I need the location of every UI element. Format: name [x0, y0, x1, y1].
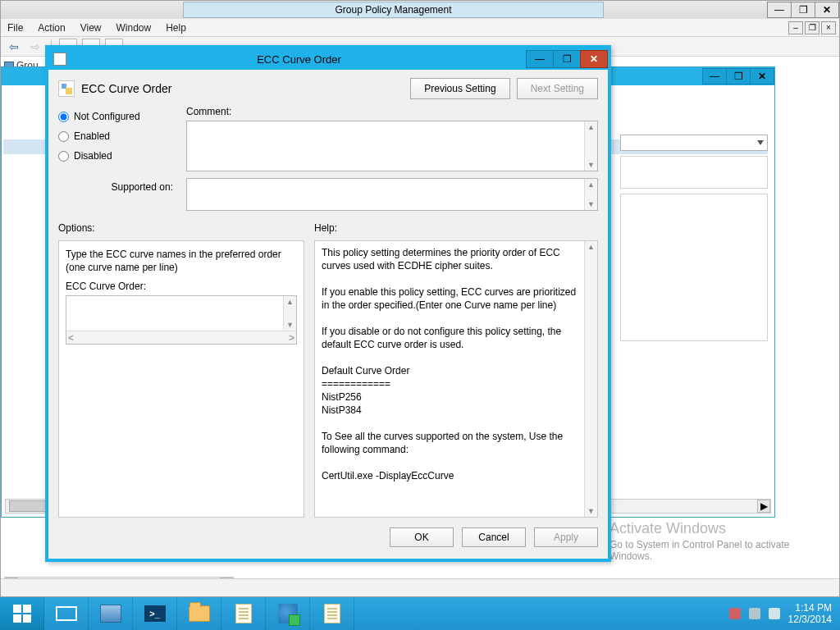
mdi-minimize-button[interactable]: –	[788, 21, 803, 34]
task-view-icon	[56, 606, 77, 621]
back-button[interactable]: ⇦	[6, 39, 22, 55]
scroll-down-icon[interactable]: ▼	[587, 505, 595, 517]
scroll-down-icon[interactable]: ▼	[587, 199, 595, 210]
watermark-title: Activate Windows	[609, 520, 823, 537]
powershell-icon: >_	[144, 605, 166, 622]
menubar: File Action View Window Help – ❐ ×	[1, 19, 839, 37]
vertical-scrollbar[interactable]: ▲▼	[584, 121, 597, 171]
policy-settings-dialog: ECC Curve Order — ❐ ✕ ECC Curve Order Pr…	[45, 45, 611, 562]
taskbar-app-3[interactable]	[310, 597, 354, 630]
clock-date: 12/3/2014	[788, 614, 832, 625]
taskbar-file-explorer[interactable]	[177, 597, 221, 630]
dialog-icon	[53, 52, 66, 66]
not-configured-radio[interactable]: Not Configured	[58, 111, 173, 122]
statusbar	[1, 578, 839, 596]
taskbar[interactable]: >_ 1:14 PM 12/3/2014	[0, 597, 840, 630]
document-icon	[324, 604, 340, 623]
folder-icon	[189, 605, 210, 622]
menu-action[interactable]: Action	[38, 22, 65, 34]
taskbar-server-manager[interactable]	[89, 597, 133, 630]
start-button[interactable]	[0, 597, 44, 630]
scroll-left-icon[interactable]: <	[68, 332, 74, 344]
scroll-right-icon[interactable]: >	[289, 332, 294, 344]
supported-on-textarea[interactable]: ▲▼	[186, 178, 598, 211]
detail-box-1	[620, 156, 768, 189]
taskbar-app-1[interactable]	[221, 597, 266, 630]
apply-button[interactable]: Apply	[534, 527, 598, 547]
activation-watermark: Activate Windows Go to System in Control…	[609, 520, 823, 562]
ok-button[interactable]: OK	[390, 527, 454, 547]
maximize-button[interactable]: ❐	[791, 2, 815, 18]
action-center-icon[interactable]	[729, 608, 741, 619]
dialog-titlebar[interactable]: ECC Curve Order — ❐ ✕	[48, 48, 608, 70]
scroll-up-icon[interactable]: ▲	[286, 296, 294, 308]
menu-view[interactable]: View	[80, 22, 102, 34]
supported-on-label: Supported on:	[58, 181, 173, 193]
vertical-scrollbar[interactable]: ▲▼	[584, 241, 597, 517]
disabled-radio[interactable]: Disabled	[58, 150, 173, 162]
cancel-button[interactable]: Cancel	[462, 527, 526, 547]
enabled-radio[interactable]: Enabled	[58, 130, 173, 142]
scroll-up-icon[interactable]: ▲	[587, 179, 595, 190]
windows-logo-icon	[13, 605, 31, 623]
dialog-close-button[interactable]: ✕	[580, 50, 608, 68]
help-header: Help:	[314, 222, 598, 234]
vertical-scrollbar[interactable]: ▲▼	[584, 179, 597, 210]
menu-help[interactable]: Help	[166, 22, 186, 34]
policy-heading: ECC Curve Order	[81, 82, 171, 95]
policy-icon	[58, 80, 75, 97]
detail-panel	[620, 135, 768, 341]
taskbar-powershell[interactable]: >_	[133, 597, 177, 630]
scroll-right-button[interactable]: ▶	[757, 500, 770, 513]
server-manager-icon	[100, 605, 121, 623]
close-button[interactable]: ✕	[815, 2, 839, 18]
mdi-close-button[interactable]: ×	[821, 21, 836, 34]
comment-textarea[interactable]: ▲▼	[186, 121, 598, 171]
config-icon	[278, 604, 298, 623]
scroll-up-icon[interactable]: ▲	[587, 241, 595, 253]
help-panel: This policy setting determines the prior…	[314, 240, 598, 518]
menu-file[interactable]: File	[7, 22, 23, 34]
network-icon[interactable]	[749, 608, 760, 619]
dialog-maximize-button[interactable]: ❐	[553, 50, 581, 68]
ecc-order-label: ECC Curve Order:	[66, 281, 297, 292]
scroll-down-icon[interactable]: ▼	[286, 319, 294, 331]
child-close-button[interactable]: ✕	[750, 68, 774, 84]
vertical-scrollbar[interactable]: ▲▼	[283, 296, 296, 331]
scroll-up-icon[interactable]: ▲	[587, 121, 595, 133]
child-minimize-button[interactable]: —	[702, 68, 727, 84]
child-maximize-button[interactable]: ❐	[726, 68, 751, 84]
task-view-button[interactable]	[44, 597, 89, 630]
ecc-curve-order-listbox[interactable]: ▲▼ <>	[66, 295, 297, 345]
taskbar-app-2[interactable]	[266, 597, 310, 630]
minimize-button[interactable]: —	[767, 2, 792, 18]
policy-state-group: Not Configured Enabled Disabled	[58, 111, 173, 171]
scroll-down-icon[interactable]: ▼	[587, 159, 595, 171]
mdi-restore-button[interactable]: ❐	[805, 21, 819, 34]
main-title: Group Policy Management	[183, 2, 604, 18]
document-icon	[235, 604, 252, 623]
dialog-minimize-button[interactable]: —	[526, 50, 554, 68]
options-instruction: Type the ECC curve names in the preferre…	[66, 248, 297, 274]
forward-button[interactable]: ⇨	[27, 39, 43, 55]
clock-time: 1:14 PM	[788, 602, 832, 614]
sound-icon[interactable]	[769, 608, 780, 619]
options-panel: Type the ECC curve names in the preferre…	[58, 240, 304, 518]
app-icon	[4, 2, 19, 17]
main-titlebar[interactable]: Group Policy Management — ❐ ✕	[1, 1, 839, 19]
dialog-title: ECC Curve Order	[71, 53, 527, 66]
system-tray[interactable]: 1:14 PM 12/3/2014	[721, 597, 840, 630]
filter-combobox[interactable]	[620, 135, 768, 151]
options-header: Options:	[58, 222, 304, 234]
menu-window[interactable]: Window	[116, 22, 152, 34]
comment-label: Comment:	[186, 106, 598, 117]
taskbar-clock[interactable]: 1:14 PM 12/3/2014	[788, 602, 832, 625]
detail-box-2	[620, 194, 768, 341]
next-setting-button[interactable]: Next Setting	[517, 78, 598, 99]
horizontal-scrollbar[interactable]: <>	[66, 331, 296, 344]
scrollbar-thumb[interactable]	[9, 500, 50, 512]
previous-setting-button[interactable]: Previous Setting	[410, 78, 509, 99]
watermark-text: Go to System in Control Panel to activat…	[609, 539, 823, 562]
help-text: This policy setting determines the prior…	[322, 246, 579, 512]
